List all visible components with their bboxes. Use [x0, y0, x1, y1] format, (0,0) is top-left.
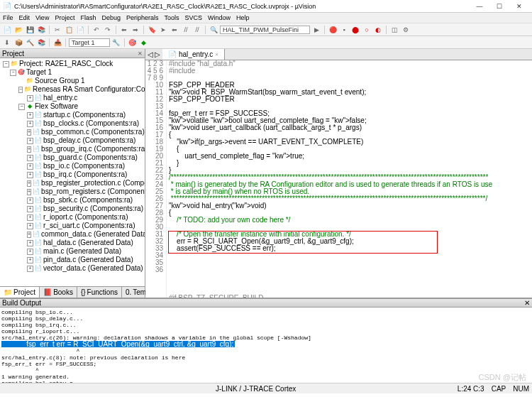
find-combo[interactable]: HAL_TIM_PWM_PulseFini	[220, 26, 310, 34]
project-tabs: 📁Project 📕Books {}Functions 0.Templates	[0, 286, 145, 298]
status-pos: L:24 C:3	[458, 385, 484, 393]
batch-build-icon[interactable]: 📚	[36, 38, 46, 48]
tree-file[interactable]: +📄bsp_rom_registers.c (Components:ra)	[1, 187, 143, 196]
tree-file[interactable]: +📄startup.c (Components:ra)	[1, 111, 143, 119]
tree-file[interactable]: +📄bsp_group_irq.c (Components:ra)	[1, 145, 143, 153]
line-gutter: 1 2 3 4 5 6 7 8 9 10 11 12 13 14 15 16 1…	[145, 60, 167, 298]
menu-window[interactable]: Window	[208, 14, 231, 21]
app-icon: 📄	[3, 2, 11, 11]
titlebar: 📄 C:\Users\Administrator\RASmartConfigur…	[0, 0, 532, 13]
tree-file[interactable]: +📄bsp_guard.c (Components:ra)	[1, 153, 143, 162]
editor-tabs: ◁▷ 📄hal_entry.c×	[145, 49, 532, 60]
close-button[interactable]: ✕	[509, 1, 529, 12]
tree-file[interactable]: +📄vector_data.c (Generated Data)	[1, 264, 143, 273]
tab-nav-right-icon[interactable]: ▷	[155, 50, 160, 58]
rte-icon[interactable]: ◆	[139, 38, 149, 48]
open-file-icon[interactable]: 📂	[13, 25, 23, 35]
menu-debug[interactable]: Debug	[101, 14, 121, 21]
tree-sourcegroup[interactable]: 📁Source Group 1	[1, 77, 143, 85]
config-icon[interactable]: ⚙	[401, 25, 411, 35]
cut-icon[interactable]: ✂	[52, 25, 62, 35]
stop-icon[interactable]: ▪	[339, 25, 349, 35]
highlight-box	[168, 231, 438, 254]
tree-root[interactable]: −📁Project: RA2E1_RASC_Clock	[1, 60, 143, 68]
breakpoint3-icon[interactable]: ◐	[373, 25, 383, 35]
copy-icon[interactable]: 📋	[64, 25, 74, 35]
uncomment-icon[interactable]: //	[192, 25, 202, 35]
minimize-button[interactable]: —	[470, 1, 489, 12]
menu-tools[interactable]: Tools	[164, 14, 179, 21]
build-icon[interactable]: 📦	[13, 38, 23, 48]
breakpoint-icon[interactable]: ⬤	[350, 25, 360, 35]
tree-file[interactable]: +📄bsp_clocks.c (Components:ra)	[1, 119, 143, 128]
tab-books[interactable]: 📕Books	[40, 287, 77, 298]
find-next-icon[interactable]: ▶	[311, 25, 321, 35]
tree-file[interactable]: +📄hal_data.c (Generated Data)	[1, 239, 143, 247]
comment-icon[interactable]: //	[181, 25, 191, 35]
status-jlink: J-LINK / J-TRACE Cortex	[216, 385, 296, 393]
menu-edit[interactable]: Edit	[19, 14, 31, 21]
code-editor[interactable]: 1 2 3 4 5 6 7 8 9 10 11 12 13 14 15 16 1…	[145, 60, 532, 298]
undo-icon[interactable]: ↶	[92, 25, 101, 35]
window-icon[interactable]: ◫	[389, 25, 399, 35]
tree-halentry[interactable]: +📄hal_entry.c	[1, 94, 143, 102]
rebuild-icon[interactable]: 🔨	[25, 38, 35, 48]
tree-file[interactable]: +📄pin_data.c (Generated Data)	[1, 256, 143, 264]
content-area: Project ✕ −📁Project: RA2E1_RASC_Clock −🎯…	[0, 49, 532, 298]
code-body[interactable]: #include "hal_data.h" #include FSP_CPP_H…	[167, 60, 532, 298]
menu-svcs[interactable]: SVCS	[185, 14, 203, 21]
build-output-body[interactable]: compiling bsp_io.c... compiling bsp_dela…	[0, 308, 532, 383]
redo-icon[interactable]: ↷	[103, 25, 113, 35]
tree-file[interactable]: +📄bsp_io.c (Components:ra)	[1, 162, 143, 170]
tab-project[interactable]: 📁Project	[0, 287, 40, 298]
download-icon[interactable]: 📥	[52, 38, 62, 48]
tree-file[interactable]: +📄bsp_security.c (Components:ra)	[1, 205, 143, 213]
tree-renesas[interactable]: −📁Renesas RA Smart Configurator:Common S…	[1, 85, 143, 94]
translate-icon[interactable]: ⬇	[2, 38, 12, 48]
project-tree[interactable]: −📁Project: RA2E1_RASC_Clock −🎯Target 1 📁…	[0, 58, 145, 286]
options-icon[interactable]: 🔧	[111, 38, 121, 48]
menu-project[interactable]: Project	[55, 14, 74, 21]
find-icon[interactable]: 🔍	[209, 25, 218, 35]
editor-tab-halentry[interactable]: 📄hal_entry.c×	[162, 49, 225, 60]
tree-file[interactable]: +📄bsp_common.c (Components:ra)	[1, 128, 143, 136]
nav-fwd-icon[interactable]: ➡	[131, 25, 140, 35]
debug-icon[interactable]: 🔴	[328, 25, 338, 35]
menu-file[interactable]: File	[3, 14, 13, 21]
build-close-icon[interactable]: ✕	[524, 299, 530, 307]
nav-back-icon[interactable]: ⬅	[119, 25, 129, 35]
tree-file[interactable]: +📄bsp_delay.c (Components:ra)	[1, 136, 143, 145]
menu-help[interactable]: Help	[236, 14, 250, 21]
target-select[interactable]: Target 1	[69, 38, 110, 47]
new-file-icon[interactable]: 📄	[2, 25, 12, 35]
tree-file[interactable]: +📄bsp_sbrk.c (Components:ra)	[1, 196, 143, 205]
outdent-icon[interactable]: ⬅	[170, 25, 179, 35]
tree-file[interactable]: +📄r_sci_uart.c (Components:ra)	[1, 222, 143, 230]
tree-file[interactable]: +📄common_data.c (Generated Data)	[1, 230, 143, 239]
tree-file[interactable]: +📄main.c (Generated Data)	[1, 247, 143, 256]
tree-file[interactable]: +📄bsp_register_protection.c (Components:…	[1, 179, 143, 187]
build-output-panel: Build Output ✕ compiling bsp_io.c... com…	[0, 298, 532, 383]
window-title: C:\Users\Administrator\RASmartConfigurat…	[14, 3, 470, 10]
tab-nav-left-icon[interactable]: ◁	[148, 50, 153, 58]
indent-icon[interactable]: ➤	[158, 25, 168, 35]
save-icon[interactable]: 💾	[25, 25, 35, 35]
manage-icon[interactable]: 🎯	[128, 38, 138, 48]
tree-file[interactable]: +📄bsp_irq.c (Components:ra)	[1, 170, 143, 179]
menu-flash[interactable]: Flash	[80, 14, 96, 21]
menu-peripherals[interactable]: Peripherals	[126, 14, 159, 21]
breakpoint2-icon[interactable]: ○	[362, 25, 372, 35]
paste-icon[interactable]: 📄	[75, 25, 85, 35]
tree-target[interactable]: −🎯Target 1	[1, 68, 143, 77]
tree-file[interactable]: +📄r_ioport.c (Components:ra)	[1, 213, 143, 222]
tree-flex[interactable]: −◆Flex Software	[1, 102, 143, 111]
menubar: File Edit View Project Flash Debug Perip…	[0, 13, 532, 23]
menu-view[interactable]: View	[35, 14, 49, 21]
tab-functions[interactable]: {}Functions	[77, 287, 122, 298]
maximize-button[interactable]: ☐	[489, 1, 509, 12]
bookmark-icon[interactable]: 🔖	[147, 25, 157, 35]
save-all-icon[interactable]: 📚	[36, 25, 46, 35]
tab-close-icon[interactable]: ×	[215, 51, 218, 58]
panel-close-icon[interactable]: ✕	[138, 50, 143, 57]
build-output-header: Build Output ✕	[0, 299, 532, 308]
